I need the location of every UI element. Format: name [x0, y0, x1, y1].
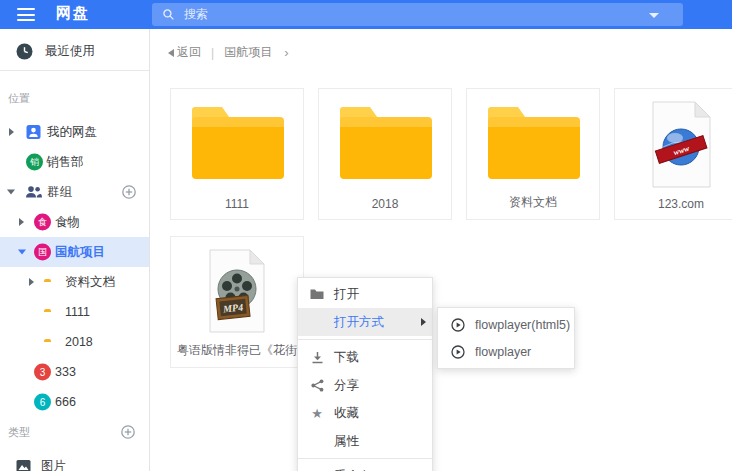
sidebar-item-label: 333	[55, 365, 76, 379]
search-input[interactable]: 搜索	[152, 3, 683, 26]
play-circle-icon	[451, 318, 465, 332]
group-icon	[25, 186, 42, 199]
mp4-file-icon: MP4	[205, 247, 269, 337]
file-label: 资料文档	[467, 194, 599, 211]
sidebar-item-folder-2018[interactable]: 2018	[0, 327, 149, 357]
back-button[interactable]: 返回	[168, 44, 201, 61]
context-menu-item-favorite[interactable]: ★ 收藏	[298, 399, 432, 427]
avatar-badge: 6	[34, 394, 51, 411]
folder-open-icon	[310, 288, 324, 300]
sidebar-item-guohang-project[interactable]: 国 国航项目	[0, 237, 149, 267]
sidebar-item-label: 我的网盘	[47, 124, 97, 141]
sidebar-item-num-333[interactable]: 3 333	[0, 357, 149, 387]
sidebar-item-label: 资料文档	[65, 274, 115, 291]
play-circle-icon	[451, 345, 465, 359]
file-card-docs[interactable]: 资料文档	[466, 88, 600, 220]
sidebar-item-folder-1111[interactable]: 1111	[0, 297, 149, 327]
chevron-down-icon[interactable]	[18, 250, 26, 255]
com-file-icon: www	[648, 99, 714, 191]
sidebar-divider	[0, 70, 149, 71]
svg-text:MP4: MP4	[222, 301, 244, 314]
sidebar-item-docs[interactable]: 资料文档	[0, 267, 149, 297]
avatar-badge: 国	[34, 244, 51, 261]
chevron-right-icon[interactable]	[29, 278, 34, 286]
share-icon	[311, 379, 324, 392]
sidebar-item-label: 食物	[55, 214, 80, 231]
avatar-badge: 食	[34, 214, 51, 231]
chevron-right-icon[interactable]	[19, 218, 24, 226]
menu-divider	[298, 339, 432, 340]
sidebar-item-label: 国航项目	[55, 244, 105, 261]
submenu-arrow-icon	[421, 318, 426, 326]
breadcrumb-current[interactable]: 国航项目	[224, 44, 272, 61]
image-icon	[16, 460, 31, 471]
user-card-icon	[26, 125, 41, 140]
add-group-icon[interactable]	[122, 185, 136, 199]
breadcrumb-separator: |	[211, 46, 214, 60]
download-icon	[311, 351, 324, 364]
search-dropdown-icon[interactable]	[649, 13, 659, 18]
breadcrumb: 返回 | 国航项目 ›	[168, 44, 288, 61]
sidebar-item-pictures[interactable]: 图片	[0, 451, 149, 471]
search-placeholder: 搜索	[184, 6, 208, 23]
file-label: 123.com	[615, 197, 732, 211]
avatar-badge: 销	[26, 154, 43, 171]
sidebar: 最近使用 位置 我的网盘 销 销售部 群组 食 食物 国 国航项目 资料文档 1…	[0, 29, 150, 471]
menu-divider	[298, 458, 432, 459]
context-menu: 打开 打开方式 下载 分享 ★ 收藏 属性 重命名	[297, 277, 433, 471]
avatar-badge: 3	[34, 364, 51, 381]
file-card-2018[interactable]: 2018	[318, 88, 452, 220]
sidebar-item-label: 2018	[65, 335, 93, 349]
context-menu-item-properties[interactable]: 属性	[298, 427, 432, 455]
sidebar-item-groups[interactable]: 群组	[0, 177, 149, 207]
chevron-down-icon[interactable]	[7, 190, 15, 195]
sidebar-section-type: 类型	[8, 425, 135, 439]
back-arrow-icon	[168, 49, 174, 57]
file-card-123com[interactable]: www 123.com	[614, 88, 732, 220]
folder-icon-large	[340, 107, 432, 181]
sidebar-item-num-666[interactable]: 6 666	[0, 387, 149, 417]
folder-icon-large	[488, 107, 580, 181]
sidebar-item-label: 销售部	[46, 154, 84, 171]
sidebar-item-label: 666	[55, 395, 76, 409]
sidebar-item-label: 1111	[65, 305, 90, 319]
sidebar-recent-label: 最近使用	[45, 43, 95, 60]
file-label: 粤语版情非得已《花街的...	[171, 342, 303, 359]
app-header: 网盘 搜索	[0, 0, 732, 29]
breadcrumb-chevron-icon: ›	[284, 45, 288, 60]
context-menu-item-share[interactable]: 分享	[298, 371, 432, 399]
sidebar-item-label: 图片	[41, 458, 66, 471]
app-title: 网盘	[56, 4, 90, 23]
sidebar-item-recent[interactable]: 最近使用	[0, 36, 149, 66]
context-menu-item-rename[interactable]: 重命名	[298, 462, 432, 471]
open-with-submenu: flowplayer(html5) flowplayer	[437, 307, 575, 369]
folder-icon-large	[192, 107, 284, 181]
sidebar-item-my-drive[interactable]: 我的网盘	[0, 117, 149, 147]
chevron-right-icon[interactable]	[9, 128, 14, 136]
submenu-item-flowplayer-html5[interactable]: flowplayer(html5)	[438, 311, 574, 338]
sidebar-section-location: 位置	[8, 91, 135, 105]
context-menu-item-open[interactable]: 打开	[298, 280, 432, 308]
sidebar-item-food[interactable]: 食 食物	[0, 207, 149, 237]
back-label: 返回	[177, 44, 201, 61]
file-card-1111[interactable]: 1111	[170, 88, 304, 220]
context-menu-item-download[interactable]: 下载	[298, 343, 432, 371]
sidebar-item-sales-dept[interactable]: 销 销售部	[0, 147, 149, 177]
search-icon	[162, 8, 175, 21]
file-card-video[interactable]: MP4 粤语版情非得已《花街的...	[170, 236, 304, 368]
hamburger-menu-icon[interactable]	[17, 8, 35, 21]
star-icon: ★	[311, 406, 323, 421]
file-label: 2018	[319, 197, 451, 211]
context-menu-item-open-with[interactable]: 打开方式	[298, 308, 432, 336]
add-type-icon[interactable]	[121, 425, 135, 439]
file-label: 1111	[171, 197, 303, 211]
submenu-item-flowplayer[interactable]: flowplayer	[438, 338, 574, 365]
clock-icon	[16, 43, 33, 60]
sidebar-item-label: 群组	[47, 184, 72, 201]
